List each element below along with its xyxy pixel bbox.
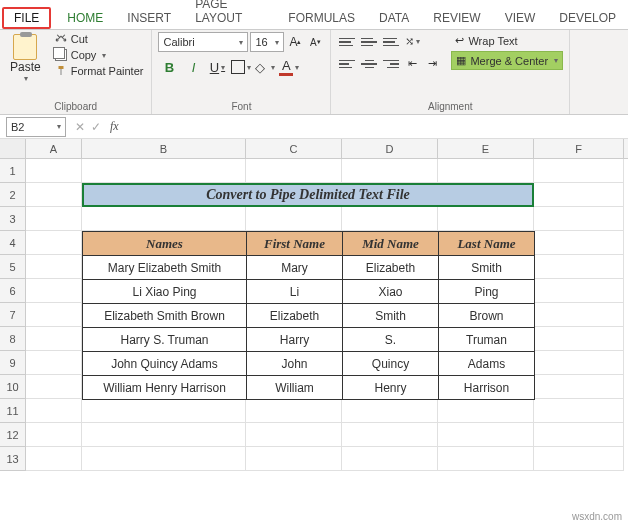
decrease-font-button[interactable]: A▾: [306, 33, 324, 51]
row-header-4[interactable]: 4: [0, 231, 26, 255]
cell[interactable]: Harry: [247, 328, 343, 352]
increase-indent-button[interactable]: ⇥: [423, 54, 441, 72]
tab-formulas[interactable]: FORMULAS: [276, 7, 367, 29]
decrease-indent-button[interactable]: ⇤: [403, 54, 421, 72]
align-right-button[interactable]: [381, 54, 401, 74]
cell[interactable]: Truman: [439, 328, 535, 352]
cell[interactable]: Harrison: [439, 376, 535, 400]
header-last[interactable]: Last Name: [439, 232, 535, 256]
cut-button[interactable]: Cut: [53, 32, 146, 46]
tab-develop[interactable]: DEVELOP: [547, 7, 628, 29]
fill-color-button[interactable]: ◇▾: [254, 56, 276, 78]
paste-button[interactable]: Paste ▾: [6, 32, 45, 85]
fill-icon: ◇: [255, 60, 269, 74]
format-painter-label: Format Painter: [71, 65, 144, 77]
tab-page-layout[interactable]: PAGE LAYOUT: [183, 0, 276, 29]
cell[interactable]: Adams: [439, 352, 535, 376]
underline-button[interactable]: U▾: [206, 56, 228, 78]
col-header-E[interactable]: E: [438, 139, 534, 158]
row-header-3[interactable]: 3: [0, 207, 26, 231]
cells-area[interactable]: Convert to Pipe Delimited Text File Name…: [26, 159, 624, 471]
border-button[interactable]: ▾: [230, 56, 252, 78]
cell[interactable]: Elizabeth: [247, 304, 343, 328]
merge-label: Merge & Center: [470, 55, 548, 67]
align-top-button[interactable]: [337, 32, 357, 52]
align-bottom-button[interactable]: [381, 32, 401, 52]
cell[interactable]: William: [247, 376, 343, 400]
copy-button[interactable]: Copy ▾: [53, 48, 146, 62]
format-painter-button[interactable]: Format Painter: [53, 64, 146, 78]
cell[interactable]: Mary Elizabeth Smith: [83, 256, 247, 280]
tab-view[interactable]: VIEW: [493, 7, 548, 29]
row-header-5[interactable]: 5: [0, 255, 26, 279]
tab-home[interactable]: HOME: [55, 7, 115, 29]
name-box[interactable]: B2 ▾: [6, 117, 66, 137]
data-region: Convert to Pipe Delimited Text File Name…: [82, 183, 535, 400]
cell[interactable]: Elizabeth Smith Brown: [83, 304, 247, 328]
fx-icon[interactable]: fx: [104, 119, 125, 134]
cell[interactable]: Harry S. Truman: [83, 328, 247, 352]
cell[interactable]: John Quincy Adams: [83, 352, 247, 376]
orientation-button[interactable]: ⤭▾: [403, 32, 421, 50]
cell[interactable]: William Henry Harrison: [83, 376, 247, 400]
row-header-13[interactable]: 13: [0, 447, 26, 471]
col-header-A[interactable]: A: [26, 139, 82, 158]
row-header-11[interactable]: 11: [0, 399, 26, 423]
cell[interactable]: Xiao: [343, 280, 439, 304]
tab-review[interactable]: REVIEW: [421, 7, 492, 29]
cell[interactable]: S.: [343, 328, 439, 352]
align-middle-button[interactable]: [359, 32, 379, 52]
cell[interactable]: Li Xiao Ping: [83, 280, 247, 304]
font-name-dropdown[interactable]: Calibri ▾: [158, 32, 248, 52]
italic-button[interactable]: I: [182, 56, 204, 78]
wrap-text-button[interactable]: ↩ Wrap Text: [451, 32, 563, 49]
row-header-1[interactable]: 1: [0, 159, 26, 183]
cell[interactable]: Mary: [247, 256, 343, 280]
cell[interactable]: Brown: [439, 304, 535, 328]
row-header-6[interactable]: 6: [0, 279, 26, 303]
header-mid[interactable]: Mid Name: [343, 232, 439, 256]
font-color-button[interactable]: A▾: [278, 56, 300, 78]
tab-insert[interactable]: INSERT: [115, 7, 183, 29]
fx-cancel-button[interactable]: ✕: [72, 120, 88, 134]
cell[interactable]: John: [247, 352, 343, 376]
header-first[interactable]: First Name: [247, 232, 343, 256]
row-header-2[interactable]: 2: [0, 183, 26, 207]
col-header-B[interactable]: B: [82, 139, 246, 158]
copy-label: Copy: [71, 49, 97, 61]
merge-center-button[interactable]: ▦ Merge & Center ▾: [451, 51, 563, 70]
row-header-12[interactable]: 12: [0, 423, 26, 447]
cell[interactable]: Quincy: [343, 352, 439, 376]
col-header-F[interactable]: F: [534, 139, 624, 158]
cell[interactable]: Henry: [343, 376, 439, 400]
cell[interactable]: Li: [247, 280, 343, 304]
row-header-9[interactable]: 9: [0, 351, 26, 375]
cell[interactable]: Elizabeth: [343, 256, 439, 280]
increase-font-button[interactable]: A▴: [286, 33, 304, 51]
cell[interactable]: Ping: [439, 280, 535, 304]
title-cell[interactable]: Convert to Pipe Delimited Text File: [82, 183, 534, 207]
bold-button[interactable]: B: [158, 56, 180, 78]
brush-icon: [55, 65, 67, 77]
cell[interactable]: Smith: [343, 304, 439, 328]
formula-input[interactable]: [125, 117, 628, 137]
tab-file[interactable]: FILE: [2, 7, 51, 29]
row-header-10[interactable]: 10: [0, 375, 26, 399]
border-icon: [231, 60, 245, 74]
row-header-7[interactable]: 7: [0, 303, 26, 327]
table-row: Li Xiao Ping Li Xiao Ping: [83, 280, 535, 304]
select-all-corner[interactable]: [0, 139, 26, 158]
header-names[interactable]: Names: [83, 232, 247, 256]
column-headers: A B C D E F: [0, 139, 628, 159]
row-header-8[interactable]: 8: [0, 327, 26, 351]
font-size-dropdown[interactable]: 16 ▾: [250, 32, 284, 52]
cell[interactable]: Smith: [439, 256, 535, 280]
tab-data[interactable]: DATA: [367, 7, 421, 29]
col-header-D[interactable]: D: [342, 139, 438, 158]
table-row: Mary Elizabeth Smith Mary Elizabeth Smit…: [83, 256, 535, 280]
align-center-button[interactable]: [359, 54, 379, 74]
col-header-C[interactable]: C: [246, 139, 342, 158]
sheet-grid[interactable]: A B C D E F 1 2 3 4 5 6 7 8 9 10 11 12 1…: [0, 139, 628, 471]
align-left-button[interactable]: [337, 54, 357, 74]
fx-ok-button[interactable]: ✓: [88, 120, 104, 134]
